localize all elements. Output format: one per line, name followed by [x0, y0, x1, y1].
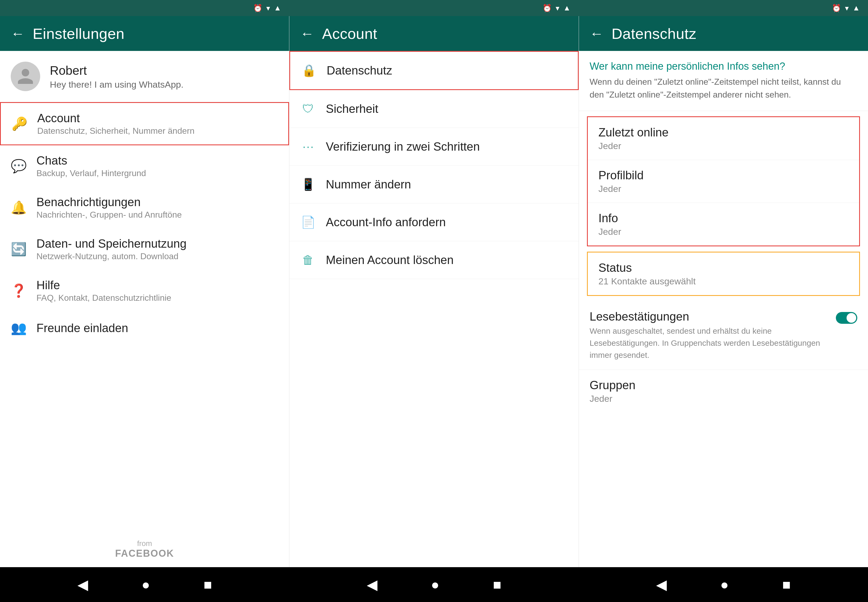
settings-list: 🔑 Account Datenschutz, Sicherheit, Numme…	[0, 102, 289, 534]
account-header: ← Account	[289, 16, 579, 51]
status-bar-panel2: ⏰ ▾ ▲	[289, 0, 579, 16]
account-list: 🔒 Datenschutz 🛡 Sicherheit ⋯ Verifizieru…	[289, 51, 579, 279]
chat-icon: 💬	[11, 158, 27, 174]
signal-icon-3: ▲	[853, 4, 860, 12]
einstellungen-back-button[interactable]: ←	[11, 26, 24, 41]
settings-item-invite[interactable]: 👥 Freunde einladen	[0, 312, 289, 345]
privacy-box: Zuletzt online Jeder Profilbild Jeder In…	[587, 116, 860, 246]
data-subtitle: Netzwerk-Nutzung, autom. Download	[37, 252, 187, 261]
read-receipts-text: Lesebestätigungen Wenn ausgeschaltet, se…	[589, 310, 830, 361]
nav-home-button-2[interactable]: ●	[431, 576, 439, 593]
profile-section[interactable]: Robert Hey there! I am using WhatsApp.	[0, 51, 289, 102]
shield-icon: 🛡	[300, 101, 316, 117]
read-receipts-section[interactable]: Lesebestätigungen Wenn ausgeschaltet, se…	[579, 301, 868, 370]
datenschutz-header: ← Datenschutz	[579, 16, 868, 51]
account-subtitle: Datenschutz, Sicherheit, Nummer ändern	[37, 126, 194, 136]
panel-einstellungen: ← Einstellungen Robert Hey there! I am u…	[0, 16, 289, 567]
status-bar: ⏰ ▾ ▲ ⏰ ▾ ▲ ⏰ ▾ ▲	[0, 0, 868, 16]
nav-recents-button-3[interactable]: ■	[782, 576, 791, 593]
zuletzt-online-value: Jeder	[599, 141, 848, 151]
data-item-text: Daten- und Speichernutzung Netzwerk-Nutz…	[37, 237, 187, 261]
trash-icon: 🗑	[300, 252, 316, 268]
account-item-verifizierung[interactable]: ⋯ Verifizierung in zwei Schritten	[289, 128, 579, 166]
privacy-item-info[interactable]: Info Jeder	[588, 203, 859, 246]
alarm-icon-1: ⏰	[253, 4, 263, 12]
nav-section-2: ◀ ● ■	[289, 567, 579, 602]
panel-datenschutz: ← Datenschutz Wer kann meine persönliche…	[579, 16, 868, 567]
nav-section-3: ◀ ● ■	[579, 567, 868, 602]
gruppen-section[interactable]: Gruppen Jeder	[579, 370, 868, 413]
wifi-icon-2: ▾	[556, 4, 559, 12]
account-item-info[interactable]: 📄 Account-Info anfordern	[289, 203, 579, 241]
settings-item-notifications[interactable]: 🔔 Benachrichtigungen Nachrichten-, Grupp…	[0, 187, 289, 228]
chats-subtitle: Backup, Verlauf, Hintergrund	[37, 168, 146, 178]
settings-item-help[interactable]: ❓ Hilfe FAQ, Kontakt, Datenschutzrichtli…	[0, 270, 289, 312]
doc-icon: 📄	[300, 214, 316, 230]
signal-icon-1: ▲	[274, 4, 281, 12]
datenschutz-title: Datenschutz	[612, 25, 697, 42]
nummer-label: Nummer ändern	[326, 178, 411, 191]
notifications-subtitle: Nachrichten-, Gruppen- und Anruftöne	[37, 210, 182, 220]
account-title: Account	[37, 112, 194, 125]
account-item-nummer[interactable]: 📱 Nummer ändern	[289, 166, 579, 203]
account-item-delete[interactable]: 🗑 Meinen Account löschen	[289, 241, 579, 279]
profile-info: Robert Hey there! I am using WhatsApp.	[50, 63, 184, 90]
profile-name: Robert	[50, 63, 184, 78]
status-bar-panel3: ⏰ ▾ ▲	[579, 0, 868, 16]
account-item-sicherheit[interactable]: 🛡 Sicherheit	[289, 90, 579, 128]
nav-section-1: ◀ ● ■	[0, 567, 289, 602]
zuletzt-online-title: Zuletzt online	[599, 126, 848, 139]
account-back-button[interactable]: ←	[300, 26, 314, 41]
nav-recents-button-1[interactable]: ■	[204, 576, 212, 593]
nav-back-button-2[interactable]: ◀	[367, 576, 378, 593]
privacy-item-zuletzt[interactable]: Zuletzt online Jeder	[588, 117, 859, 160]
einstellungen-title: Einstellungen	[33, 25, 125, 42]
status-item: Status 21 Kontakte ausgewählt	[588, 252, 859, 295]
chats-item-text: Chats Backup, Verlauf, Hintergrund	[37, 154, 146, 178]
nav-home-button-1[interactable]: ●	[142, 576, 150, 593]
nav-home-button-3[interactable]: ●	[720, 576, 729, 593]
nav-back-button-3[interactable]: ◀	[656, 576, 667, 593]
help-icon: ❓	[11, 283, 27, 299]
read-receipts-desc: Wenn ausgeschaltet, sendest und erhältst…	[589, 325, 830, 361]
datenschutz-label: Datenschutz	[326, 64, 392, 77]
profile-status: Hey there! I am using WhatsApp.	[50, 79, 184, 90]
privacy-item-profilbild[interactable]: Profilbild Jeder	[588, 160, 859, 203]
phone-edit-icon: 📱	[300, 177, 316, 192]
invite-title: Freunde einladen	[37, 321, 128, 335]
facebook-footer: from FACEBOOK	[0, 534, 289, 567]
signal-icon-2: ▲	[563, 4, 571, 12]
verifizierung-label: Verifizierung in zwei Schritten	[326, 140, 480, 153]
wifi-icon-3: ▾	[845, 4, 849, 12]
status-box[interactable]: Status 21 Kontakte ausgewählt	[587, 252, 860, 296]
profilbild-title: Profilbild	[599, 169, 848, 182]
nav-recents-button-2[interactable]: ■	[493, 576, 501, 593]
settings-item-data[interactable]: 🔄 Daten- und Speichernutzung Netzwerk-Nu…	[0, 228, 289, 270]
nav-back-button-1[interactable]: ◀	[77, 576, 88, 593]
facebook-brand: FACEBOOK	[11, 548, 279, 559]
invite-item-text: Freunde einladen	[37, 321, 128, 335]
from-label: from	[11, 539, 279, 548]
info-description: Wenn du deinen "Zuletzt online"-Zeitstem…	[589, 75, 857, 101]
settings-item-chats[interactable]: 💬 Chats Backup, Verlauf, Hintergrund	[0, 145, 289, 187]
sync-icon: 🔄	[11, 241, 27, 257]
panels-container: ← Einstellungen Robert Hey there! I am u…	[0, 16, 868, 567]
read-receipts-toggle[interactable]	[836, 312, 857, 324]
help-title: Hilfe	[37, 278, 171, 292]
info-heading: Wer kann meine persönlichen Infos sehen?	[589, 61, 857, 72]
datenschutz-content: Wer kann meine persönlichen Infos sehen?…	[579, 51, 868, 567]
status-value: 21 Kontakte ausgewählt	[599, 276, 848, 287]
account-item-datenschutz[interactable]: 🔒 Datenschutz	[289, 51, 579, 90]
gruppen-title: Gruppen	[589, 378, 857, 392]
status-title: Status	[599, 261, 848, 275]
help-subtitle: FAQ, Kontakt, Datenschutzrichtlinie	[37, 293, 171, 303]
settings-item-account[interactable]: 🔑 Account Datenschutz, Sicherheit, Numme…	[0, 102, 289, 145]
profilbild-value: Jeder	[599, 184, 848, 194]
people-icon: 👥	[11, 320, 27, 336]
status-bar-panel1: ⏰ ▾ ▲	[0, 0, 289, 16]
info-section: Wer kann meine persönlichen Infos sehen?…	[579, 51, 868, 111]
lock-icon: 🔒	[301, 63, 317, 78]
notifications-item-text: Benachrichtigungen Nachrichten-, Gruppen…	[37, 195, 182, 220]
datenschutz-back-button[interactable]: ←	[589, 26, 603, 41]
help-item-text: Hilfe FAQ, Kontakt, Datenschutzrichtlini…	[37, 278, 171, 303]
